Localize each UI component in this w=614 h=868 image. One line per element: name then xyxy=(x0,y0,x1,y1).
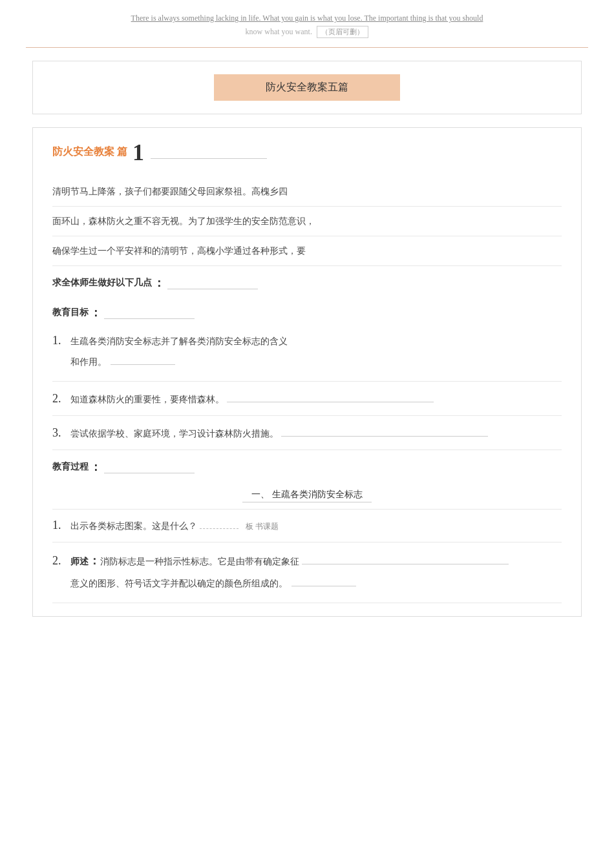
teacher-item-1-content-text: 出示各类标志图案。这是什么？ xyxy=(70,521,197,531)
subsection-heading: 一、 生疏各类消防安全标志 xyxy=(52,480,562,510)
teacher-item-2: 2. 师述：消防标志是一种指示性标志。它是由带有确定象征 意义的图形、符号话文字… xyxy=(52,542,562,603)
teacher-item-2-header: 2. 师述：消防标志是一种指示性标志。它是由带有确定象征 xyxy=(52,550,562,571)
item-1-num: 1. xyxy=(52,334,67,347)
item-2-header: 2. 知道森林防火的重要性，要疼惜森林。 xyxy=(52,389,562,408)
label-box-2 xyxy=(104,306,195,319)
teacher-label-2: 师述 xyxy=(70,557,89,566)
page-wrapper: There is always something lacking in lif… xyxy=(0,0,614,617)
teacher-item-1: 1. 出示各类标志图案。这是什么？ 板 书课题 xyxy=(52,510,562,542)
top-divider xyxy=(26,47,588,48)
item-3-content: 尝试依据学校、家庭环境，学习设计森林防火措施。 xyxy=(70,424,562,442)
item-1-header: 1. 生疏各类消防安全标志并了解各类消防安全标志的含义 xyxy=(52,333,562,349)
quote-main-text: There is always something lacking in lif… xyxy=(131,14,483,23)
label-colon-1: ： xyxy=(153,275,165,291)
item-2-content: 知道森林防火的重要性，要疼惜森林。 xyxy=(70,389,562,408)
teacher-item-2-sub-text: 意义的图形、符号话文字并配以确定的颜色所组成的。 xyxy=(70,579,288,588)
quote-highlight-text: know what you want. xyxy=(246,26,312,36)
teacher-item-2-content-box xyxy=(302,552,509,564)
teacher-item-1-board-note: 板 书课题 xyxy=(246,522,279,531)
title-card: 防火安全教案五篇 xyxy=(32,61,582,114)
item-1-sub-box xyxy=(111,352,175,365)
paragraph-1: 清明节马上降落，孩子们都要跟随父母回家祭祖。高槐乡四 xyxy=(52,177,562,207)
item-2-content-text: 知道森林防火的重要性，要疼惜森林。 xyxy=(70,395,224,404)
teacher-colon-2: ： xyxy=(89,554,100,567)
item-3-content-text: 尝试依据学校、家庭环境，学习设计森林防火措施。 xyxy=(70,429,279,439)
item-3-num: 3. xyxy=(52,426,67,440)
teacher-item-2-content-text: 消防标志是一种指示性标志。它是由带有确定象征 xyxy=(100,557,299,566)
item-2-content-box xyxy=(227,389,434,402)
label-qiuquanti: 求全体师生做好以下几点 ： xyxy=(52,266,562,296)
title-card-text: 防火安全教案五篇 xyxy=(266,81,348,92)
label-jiaoyumubiao: 教育目标 ： xyxy=(52,296,562,326)
section-title-link[interactable]: 防火安全教案 篇 xyxy=(52,145,127,159)
numbered-item-1: 1. 生疏各类消防安全标志并了解各类消防安全标志的含义 和作用。 xyxy=(52,326,562,381)
quote-main: There is always something lacking in lif… xyxy=(26,12,588,26)
label-jiaoyuguocheng-text: 教育过程 xyxy=(52,461,89,473)
quote-badge: （页眉可删） xyxy=(317,26,368,38)
teacher-item-1-content: 出示各类标志图案。这是什么？ 板 书课题 xyxy=(70,517,562,534)
numbered-item-2: 2. 知道森林防火的重要性，要疼惜森林。 xyxy=(52,382,562,416)
section-title-box xyxy=(151,146,267,159)
paragraph-2: 面环山，森林防火之重不容无视。为了加强学生的安全防范意识， xyxy=(52,207,562,236)
item-3-content-box xyxy=(281,424,488,437)
item-1-content: 生疏各类消防安全标志并了解各类消防安全标志的含义 xyxy=(70,333,562,349)
teacher-item-1-num: 1. xyxy=(52,519,67,532)
teacher-item-2-sub-box xyxy=(291,574,356,586)
teacher-item-2-sub: 意义的图形、符号话文字并配以确定的颜色所组成的。 xyxy=(52,571,562,594)
item-1-sub-text: 和作用。 xyxy=(70,357,107,367)
label-colon-3: ： xyxy=(90,459,101,475)
label-jiaoyuguocheng: 教育过程 ： xyxy=(52,450,562,480)
item-2-num: 2. xyxy=(52,392,67,406)
teacher-item-2-num: 2. xyxy=(52,554,67,568)
teacher-item-2-content: 师述：消防标志是一种指示性标志。它是由带有确定象征 xyxy=(70,550,562,571)
teacher-item-1-header: 1. 出示各类标志图案。这是什么？ 板 书课题 xyxy=(52,517,562,534)
label-qiuquanti-text: 求全体师生做好以下几点 xyxy=(52,277,152,289)
label-colon-2: ： xyxy=(90,305,101,320)
subsection-heading-text: 一、 生疏各类消防安全标志 xyxy=(242,489,372,502)
item-1-sub: 和作用。 xyxy=(52,349,562,373)
quote-section: There is always something lacking in lif… xyxy=(0,0,614,43)
label-box-3 xyxy=(104,460,195,473)
label-jiaoyumubiao-text: 教育目标 xyxy=(52,307,89,318)
item-1-content-text: 生疏各类消防安全标志并了解各类消防安全标志的含义 xyxy=(70,336,288,346)
title-card-inner: 防火安全教案五篇 xyxy=(214,74,400,101)
teacher-item-1-board-box xyxy=(200,517,238,529)
section-number: 1 xyxy=(132,141,144,164)
main-content: 防火安全教案 篇 1 清明节马上降落，孩子们都要跟随父母回家祭祖。高槐乡四 面环… xyxy=(32,127,582,617)
paragraph-3: 确保学生过一个平安祥和的清明节，高槐小学通过各种形式，要 xyxy=(52,236,562,266)
label-box-1 xyxy=(167,276,258,289)
quote-second-line: know what you want. （页眉可删） xyxy=(26,26,588,38)
item-3-header: 3. 尝试依据学校、家庭环境，学习设计森林防火措施。 xyxy=(52,424,562,442)
numbered-item-3: 3. 尝试依据学校、家庭环境，学习设计森林防火措施。 xyxy=(52,416,562,450)
section-header: 防火安全教案 篇 1 xyxy=(52,141,562,164)
